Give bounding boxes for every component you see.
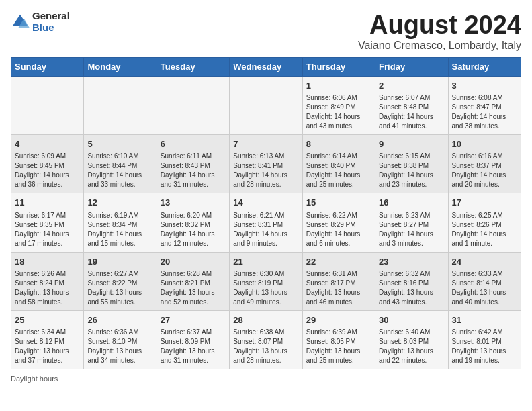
day-number: 25 [15, 314, 80, 326]
header-day-sunday: Sunday [11, 58, 84, 77]
day-number: 6 [161, 138, 226, 150]
calendar-cell: 31Sunrise: 6:42 AM Sunset: 8:01 PM Dayli… [448, 310, 521, 369]
header-day-tuesday: Tuesday [157, 58, 229, 77]
calendar-cell: 27Sunrise: 6:37 AM Sunset: 8:09 PM Dayli… [157, 310, 229, 369]
calendar-cell: 28Sunrise: 6:38 AM Sunset: 8:07 PM Dayli… [230, 310, 302, 369]
calendar-cell: 10Sunrise: 6:16 AM Sunset: 8:37 PM Dayli… [448, 135, 521, 193]
calendar-cell: 14Sunrise: 6:21 AM Sunset: 8:31 PM Dayli… [230, 193, 302, 252]
day-number: 23 [379, 256, 444, 268]
day-info: Sunrise: 6:39 AM Sunset: 8:05 PM Dayligh… [306, 328, 371, 365]
header: General Blue August 2024 Vaiano Cremasco… [11, 11, 521, 52]
calendar-cell: 6Sunrise: 6:11 AM Sunset: 8:43 PM Daylig… [157, 135, 229, 193]
day-info: Sunrise: 6:20 AM Sunset: 8:32 PM Dayligh… [161, 211, 226, 248]
calendar-cell: 17Sunrise: 6:25 AM Sunset: 8:26 PM Dayli… [448, 193, 521, 252]
day-number: 9 [379, 138, 444, 150]
header-day-saturday: Saturday [448, 58, 521, 77]
day-number: 8 [306, 138, 371, 150]
day-info: Sunrise: 6:22 AM Sunset: 8:29 PM Dayligh… [306, 211, 371, 248]
calendar-cell: 19Sunrise: 6:27 AM Sunset: 8:22 PM Dayli… [84, 252, 157, 310]
day-number: 7 [233, 138, 298, 150]
calendar-cell: 21Sunrise: 6:30 AM Sunset: 8:19 PM Dayli… [230, 252, 302, 310]
calendar-cell: 7Sunrise: 6:13 AM Sunset: 8:41 PM Daylig… [230, 135, 302, 193]
day-number: 26 [87, 314, 152, 326]
day-info: Sunrise: 6:36 AM Sunset: 8:10 PM Dayligh… [87, 328, 152, 365]
calendar-cell: 2Sunrise: 6:07 AM Sunset: 8:48 PM Daylig… [375, 77, 448, 135]
day-info: Sunrise: 6:27 AM Sunset: 8:22 PM Dayligh… [87, 269, 152, 307]
day-number: 27 [161, 314, 226, 326]
calendar-header: SundayMondayTuesdayWednesdayThursdayFrid… [11, 58, 521, 77]
day-info: Sunrise: 6:10 AM Sunset: 8:44 PM Dayligh… [87, 152, 152, 189]
day-info: Sunrise: 6:26 AM Sunset: 8:24 PM Dayligh… [15, 269, 80, 307]
day-info: Sunrise: 6:23 AM Sunset: 8:27 PM Dayligh… [379, 211, 444, 248]
day-number: 24 [452, 256, 517, 268]
day-number: 22 [306, 256, 371, 268]
calendar-cell: 11Sunrise: 6:17 AM Sunset: 8:35 PM Dayli… [11, 193, 84, 252]
calendar-cell: 8Sunrise: 6:14 AM Sunset: 8:40 PM Daylig… [302, 135, 375, 193]
day-number: 16 [379, 197, 444, 209]
day-number: 20 [161, 256, 226, 268]
calendar-cell: 12Sunrise: 6:19 AM Sunset: 8:34 PM Dayli… [84, 193, 157, 252]
calendar-cell: 23Sunrise: 6:32 AM Sunset: 8:16 PM Dayli… [375, 252, 448, 310]
logo-general-text: General [32, 11, 70, 22]
subtitle: Vaiano Cremasco, Lombardy, Italy [358, 40, 521, 52]
week-row-1: 4Sunrise: 6:09 AM Sunset: 8:45 PM Daylig… [11, 135, 521, 193]
day-info: Sunrise: 6:32 AM Sunset: 8:16 PM Dayligh… [379, 269, 444, 307]
day-info: Sunrise: 6:28 AM Sunset: 8:21 PM Dayligh… [161, 269, 226, 307]
day-info: Sunrise: 6:16 AM Sunset: 8:37 PM Dayligh… [452, 152, 517, 189]
week-row-4: 25Sunrise: 6:34 AM Sunset: 8:12 PM Dayli… [11, 310, 521, 369]
week-row-2: 11Sunrise: 6:17 AM Sunset: 8:35 PM Dayli… [11, 193, 521, 252]
calendar-cell: 24Sunrise: 6:33 AM Sunset: 8:14 PM Dayli… [448, 252, 521, 310]
day-number: 18 [15, 256, 80, 268]
calendar-cell: 26Sunrise: 6:36 AM Sunset: 8:10 PM Dayli… [84, 310, 157, 369]
calendar-cell: 5Sunrise: 6:10 AM Sunset: 8:44 PM Daylig… [84, 135, 157, 193]
day-number: 19 [87, 256, 152, 268]
calendar-cell: 16Sunrise: 6:23 AM Sunset: 8:27 PM Dayli… [375, 193, 448, 252]
day-info: Sunrise: 6:13 AM Sunset: 8:41 PM Dayligh… [233, 152, 298, 189]
calendar-cell: 1Sunrise: 6:06 AM Sunset: 8:49 PM Daylig… [302, 77, 375, 135]
header-day-monday: Monday [84, 58, 157, 77]
calendar-cell [230, 77, 302, 135]
day-number: 31 [452, 314, 517, 326]
day-info: Sunrise: 6:42 AM Sunset: 8:01 PM Dayligh… [452, 328, 517, 365]
day-number: 1 [306, 80, 371, 92]
header-day-friday: Friday [375, 58, 448, 77]
week-row-3: 18Sunrise: 6:26 AM Sunset: 8:24 PM Dayli… [11, 252, 521, 310]
day-info: Sunrise: 6:37 AM Sunset: 8:09 PM Dayligh… [161, 328, 226, 365]
day-number: 4 [15, 138, 80, 150]
calendar-cell: 4Sunrise: 6:09 AM Sunset: 8:45 PM Daylig… [11, 135, 84, 193]
calendar-cell: 30Sunrise: 6:40 AM Sunset: 8:03 PM Dayli… [375, 310, 448, 369]
day-info: Sunrise: 6:08 AM Sunset: 8:47 PM Dayligh… [452, 93, 517, 131]
day-number: 5 [87, 138, 152, 150]
title-area: August 2024 Vaiano Cremasco, Lombardy, I… [358, 11, 521, 52]
day-info: Sunrise: 6:17 AM Sunset: 8:35 PM Dayligh… [15, 211, 80, 248]
calendar-cell: 3Sunrise: 6:08 AM Sunset: 8:47 PM Daylig… [448, 77, 521, 135]
day-info: Sunrise: 6:06 AM Sunset: 8:49 PM Dayligh… [306, 93, 371, 131]
day-number: 21 [233, 256, 298, 268]
day-info: Sunrise: 6:09 AM Sunset: 8:45 PM Dayligh… [15, 152, 80, 189]
day-number: 15 [306, 197, 371, 209]
day-number: 14 [233, 197, 298, 209]
footer: Daylight hours [11, 375, 521, 383]
calendar-cell: 20Sunrise: 6:28 AM Sunset: 8:21 PM Dayli… [157, 252, 229, 310]
logo: General Blue [11, 11, 70, 33]
day-info: Sunrise: 6:15 AM Sunset: 8:38 PM Dayligh… [379, 152, 444, 189]
calendar-cell [157, 77, 229, 135]
day-info: Sunrise: 6:14 AM Sunset: 8:40 PM Dayligh… [306, 152, 371, 189]
calendar-cell: 9Sunrise: 6:15 AM Sunset: 8:38 PM Daylig… [375, 135, 448, 193]
day-info: Sunrise: 6:21 AM Sunset: 8:31 PM Dayligh… [233, 211, 298, 248]
calendar-table: SundayMondayTuesdayWednesdayThursdayFrid… [11, 57, 521, 369]
calendar-cell [11, 77, 84, 135]
calendar-cell: 25Sunrise: 6:34 AM Sunset: 8:12 PM Dayli… [11, 310, 84, 369]
day-info: Sunrise: 6:40 AM Sunset: 8:03 PM Dayligh… [379, 328, 444, 365]
day-number: 2 [379, 80, 444, 92]
day-info: Sunrise: 6:07 AM Sunset: 8:48 PM Dayligh… [379, 93, 444, 131]
day-info: Sunrise: 6:30 AM Sunset: 8:19 PM Dayligh… [233, 269, 298, 307]
day-info: Sunrise: 6:25 AM Sunset: 8:26 PM Dayligh… [452, 211, 517, 248]
day-info: Sunrise: 6:31 AM Sunset: 8:17 PM Dayligh… [306, 269, 371, 307]
calendar-body: 1Sunrise: 6:06 AM Sunset: 8:49 PM Daylig… [11, 77, 521, 369]
day-number: 13 [161, 197, 226, 209]
calendar-cell: 18Sunrise: 6:26 AM Sunset: 8:24 PM Dayli… [11, 252, 84, 310]
calendar-cell: 15Sunrise: 6:22 AM Sunset: 8:29 PM Dayli… [302, 193, 375, 252]
logo-text: General Blue [32, 11, 70, 33]
footer-text: Daylight hours [11, 375, 58, 383]
